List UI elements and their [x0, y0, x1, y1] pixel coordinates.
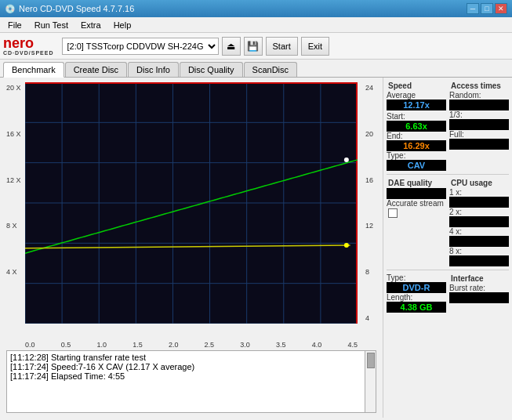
access-random-value	[449, 100, 509, 110]
title-bar-left: 💿 Nero CD-DVD Speed 4.7.7.16	[5, 4, 134, 14]
cpu-4x-value	[449, 236, 509, 247]
interface-header: Interface	[449, 273, 509, 284]
speed-average-label: Average	[387, 91, 446, 100]
dae-section: DAE quality Accurate stream	[387, 178, 446, 266]
cpu-header: CPU usage	[449, 178, 509, 188]
access-full-label: Full:	[449, 130, 509, 139]
x-label-15: 1.5	[133, 341, 143, 349]
x-label-1: 1.0	[96, 341, 107, 349]
exit-button[interactable]: Exit	[301, 37, 329, 56]
tab-create-disc[interactable]: Create Disc	[65, 62, 127, 77]
cpu-2x-label: 2 x:	[449, 208, 509, 216]
main-area: 20 X 16 X 12 X 8 X 4 X 24 20 16 12 8 4 0…	[0, 78, 512, 418]
chart-wrapper: 20 X 16 X 12 X 8 X 4 X 24 20 16 12 8 4	[25, 82, 358, 324]
speed-type-value: CAV	[387, 160, 446, 171]
speed-start-value: 6.63x	[387, 121, 446, 132]
y-label-0	[6, 314, 21, 322]
dae-value	[387, 188, 446, 199]
tab-disc-info[interactable]: Disc Info	[128, 62, 179, 77]
window-controls: ─ □ ✕	[467, 3, 507, 14]
accurate-stream-checkbox[interactable]	[388, 208, 398, 218]
start-button[interactable]: Start	[266, 37, 298, 56]
x-label-35: 3.5	[276, 341, 286, 349]
menu-help[interactable]: Help	[109, 19, 136, 31]
speed-type-label: Type:	[387, 151, 446, 160]
menu-file[interactable]: File	[3, 19, 27, 31]
close-button[interactable]: ✕	[495, 3, 507, 14]
y-label-16: 16 X	[6, 130, 21, 138]
yr-label-24: 24	[365, 84, 373, 92]
tab-bar: Benchmark Create Disc Disc Info Disc Qua…	[0, 60, 512, 78]
access-full-value	[449, 139, 509, 150]
scroll-thumb[interactable]	[367, 353, 375, 368]
x-label-25: 2.5	[205, 341, 215, 349]
access-header: Access times	[449, 81, 509, 91]
x-axis: 0.0 0.5 1.0 1.5 2.0 2.5 3.0 3.5 4.0 4.5	[25, 339, 358, 349]
dae-accurate-label: Accurate stream	[387, 199, 446, 208]
menu-extra[interactable]: Extra	[76, 19, 106, 31]
disc-section: Type: DVD-R Length: 4.38 GB	[387, 273, 446, 313]
accurate-stream-checkbox-area	[387, 208, 446, 219]
speed-header: Speed	[387, 81, 446, 91]
disc-interface-row: Type: DVD-R Length: 4.38 GB Interface Bu…	[387, 273, 509, 313]
dae-cpu-row: DAE quality Accurate stream CPU usage 1 …	[387, 178, 509, 266]
yr-label-16: 16	[365, 176, 373, 184]
minimize-button[interactable]: ─	[467, 3, 479, 14]
x-label-4: 4.0	[312, 341, 322, 349]
y-axis-right: 24 20 16 12 8 4	[365, 82, 373, 324]
access-random-label: Random:	[449, 91, 509, 100]
cpu-4x-label: 4 x:	[449, 227, 509, 236]
disc-type-label: Type:	[387, 273, 446, 282]
cpu-8x-value	[449, 255, 509, 266]
log-entry-1: [11:17:24] Speed:7-16 X CAV (12.17 X ave…	[10, 362, 361, 371]
cpu-8x-label: 8 x:	[449, 247, 509, 255]
right-panel: Speed Average 12.17x Start: 6.63x End: 1…	[383, 78, 512, 418]
save-button[interactable]: 💾	[244, 37, 263, 56]
tab-benchmark[interactable]: Benchmark	[3, 62, 64, 78]
benchmark-chart	[25, 82, 358, 324]
maximize-button[interactable]: □	[481, 3, 493, 14]
cpu-section: CPU usage 1 x: 2 x: 4 x: 8 x:	[449, 178, 509, 266]
speed-section: Speed Average 12.17x Start: 6.63x End: 1…	[387, 81, 446, 171]
tab-disc-quality[interactable]: Disc Quality	[180, 62, 243, 77]
tab-scandisc[interactable]: ScanDisc	[244, 62, 297, 77]
x-label-2: 2.0	[169, 341, 179, 349]
dae-header: DAE quality	[387, 178, 446, 188]
app-icon: 💿	[5, 4, 16, 14]
speed-start-row: Start:	[387, 112, 446, 121]
disc-type-value: DVD-R	[387, 282, 446, 293]
x-label-05: 0.5	[61, 341, 71, 349]
yr-label-12: 12	[365, 222, 373, 230]
menu-run-test[interactable]: Run Test	[30, 19, 73, 31]
log-content: [11:12:28] Starting transfer rate test […	[7, 351, 365, 412]
yr-label-20: 20	[365, 130, 373, 138]
cpu-1x-label: 1 x:	[449, 188, 509, 197]
logo-text: nero	[3, 36, 34, 50]
cpu-2x-value	[449, 216, 509, 227]
x-label-3: 3.0	[240, 341, 250, 349]
divider-1	[387, 174, 509, 175]
logo-sub: CD·DVD/SPEED	[3, 50, 54, 56]
burst-rate-value	[449, 292, 509, 303]
speed-average-value: 12.17x	[387, 100, 446, 110]
access-onethird-label: 1/3:	[449, 110, 509, 119]
y-label-20: 20 X	[6, 84, 21, 92]
window-title: Nero CD-DVD Speed 4.7.7.16	[19, 4, 134, 13]
disc-length-value: 4.38 GB	[387, 302, 446, 313]
toolbar: nero CD·DVD/SPEED [2:0] TSSTcorp CDDVDW …	[0, 33, 512, 60]
x-label-0: 0.0	[25, 341, 35, 349]
access-section: Access times Random: 1/3: Full:	[449, 81, 509, 171]
access-onethird-value	[449, 119, 509, 130]
drive-select[interactable]: [2:0] TSSTcorp CDDVDW SH-224GB SB00	[62, 38, 219, 55]
y-label-4: 4 X	[6, 268, 21, 276]
burst-rate-label: Burst rate:	[449, 284, 509, 292]
yr-label-4: 4	[365, 314, 373, 322]
y-label-12: 12 X	[6, 176, 21, 184]
log-scrollbar[interactable]	[365, 351, 376, 412]
speed-access-row: Speed Average 12.17x Start: 6.63x End: 1…	[387, 81, 509, 171]
eject-button[interactable]: ⏏	[222, 37, 241, 56]
log-entry-2: [11:17:24] Elapsed Time: 4:55	[10, 371, 361, 381]
divider-2	[387, 270, 509, 270]
cpu-1x-value	[449, 197, 509, 208]
chart-area: 20 X 16 X 12 X 8 X 4 X 24 20 16 12 8 4 0…	[0, 78, 383, 418]
